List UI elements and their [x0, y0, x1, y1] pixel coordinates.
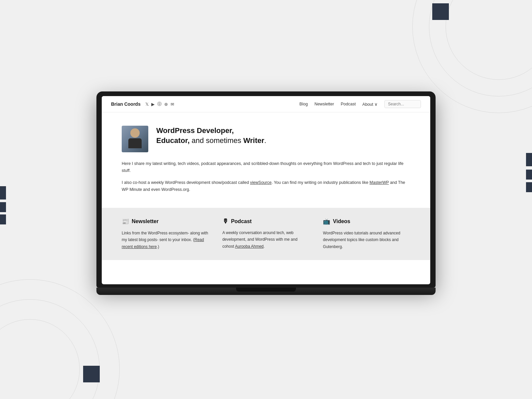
- nav-icons: 𝕏 ▶ ⓪ ⊛ ✉: [145, 101, 174, 107]
- rect-left-3: [0, 214, 6, 224]
- podcast-title: 🎙 Podcast: [222, 218, 310, 225]
- nav-left: Brian Coords 𝕏 ▶ ⓪ ⊛ ✉: [111, 101, 174, 107]
- site-logo[interactable]: Brian Coords: [111, 101, 141, 107]
- viewsource-link[interactable]: viewSource: [250, 180, 272, 185]
- rect-right-2: [526, 170, 532, 180]
- sections-row: 📰 Newsletter Links from the WordPress ec…: [102, 208, 430, 260]
- circle-top-right-2: [429, 0, 532, 96]
- videos-section: 📺 Videos WordPress video tutorials aroun…: [323, 218, 410, 250]
- rect-right-1: [526, 153, 532, 166]
- youtube-icon[interactable]: ▶: [151, 102, 155, 107]
- avatar-body: [128, 138, 142, 148]
- twitter-icon[interactable]: 𝕏: [145, 102, 149, 107]
- newsletter-icon: 📰: [122, 218, 129, 225]
- search-input[interactable]: [384, 100, 421, 108]
- masterwp-link[interactable]: MasterWP: [369, 180, 389, 185]
- laptop-base: [96, 288, 436, 295]
- aurooba-link[interactable]: Aurooba Ahmed: [235, 244, 264, 249]
- circle-top-right-1: [446, 0, 532, 80]
- hero-headline: WordPress Developer, Educator, and somet…: [156, 126, 266, 145]
- github-icon[interactable]: ⊛: [164, 102, 168, 107]
- laptop: Brian Coords 𝕏 ▶ ⓪ ⊛ ✉ Blog Newsletter P…: [96, 91, 436, 308]
- rect-top-right: [432, 3, 449, 20]
- rect-left-1: [0, 186, 6, 200]
- laptop-bezel: Brian Coords 𝕏 ▶ ⓪ ⊛ ✉ Blog Newsletter P…: [96, 91, 436, 288]
- newsletter-title: 📰 Newsletter: [122, 218, 209, 225]
- wordpress-icon[interactable]: ⓪: [157, 101, 162, 107]
- nav-blog[interactable]: Blog: [300, 102, 308, 106]
- nav-right: Blog Newsletter Podcast About ∨: [300, 100, 421, 108]
- rect-right-3: [526, 182, 532, 192]
- podcast-text: A weekly conversation around tech, web d…: [222, 229, 310, 250]
- hero-paragraph-2: I also co-host a weekly WordPress develo…: [122, 179, 410, 194]
- nav-podcast[interactable]: Podcast: [341, 102, 356, 106]
- nav-newsletter[interactable]: Newsletter: [315, 102, 334, 106]
- laptop-screen: Brian Coords 𝕏 ▶ ⓪ ⊛ ✉ Blog Newsletter P…: [102, 96, 430, 284]
- hero-inner: WordPress Developer, Educator, and somet…: [122, 126, 410, 152]
- circle-bottom-left-2: [0, 299, 100, 399]
- newsletter-text: Links from the WordPress ecosystem- alon…: [122, 230, 209, 250]
- site-nav: Brian Coords 𝕏 ▶ ⓪ ⊛ ✉ Blog Newsletter P…: [102, 96, 430, 112]
- rect-bottom-left: [83, 366, 100, 382]
- avatar-head: [130, 128, 140, 138]
- videos-icon: 📺: [323, 218, 330, 225]
- podcast-section: 🎙 Podcast A weekly conversation around t…: [222, 218, 310, 250]
- videos-title: 📺 Videos: [323, 218, 410, 225]
- podcast-icon: 🎙: [222, 218, 228, 225]
- nav-about[interactable]: About ∨: [362, 102, 378, 107]
- laptop-hinge: [236, 288, 296, 292]
- hero-section: WordPress Developer, Educator, and somet…: [102, 112, 430, 208]
- circle-bottom-left-1: [0, 319, 80, 399]
- rect-left-2: [0, 202, 6, 212]
- newsletter-section: 📰 Newsletter Links from the WordPress ec…: [122, 218, 209, 250]
- mastodon-icon[interactable]: ✉: [171, 102, 174, 107]
- hero-paragraph-1: Here I share my latest writing, tech vid…: [122, 160, 410, 175]
- avatar: [122, 126, 148, 152]
- videos-text: WordPress video tutorials around advance…: [323, 230, 410, 250]
